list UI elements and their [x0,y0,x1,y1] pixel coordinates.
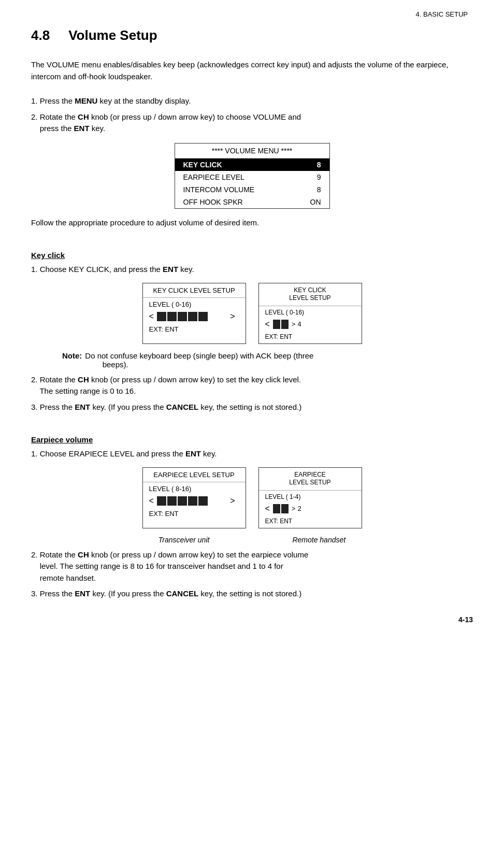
key-click-step3: 3. Press the ENT key. (If you press the … [31,402,473,413]
earpiece-left-level: LEVEL ( 8-16) [143,482,246,495]
menu-row-key-click-value: 8 [317,161,321,169]
menu-row-intercom-value: 8 [317,185,321,194]
earpiece-left-header: EARPIECE LEVEL SETUP [143,468,246,482]
menu-row-key-click-label: KEY CLICK [183,161,222,169]
caption-remote: Remote handset [292,536,345,544]
earpiece-left-blocks: < > [143,495,246,509]
follow-text: Follow the appropriate procedure to adju… [31,217,473,229]
key-click-step1: 1. Choose KEY CLICK, and press the ENT k… [31,264,473,276]
note-text: Do not confuse keyboard beep (single bee… [85,351,313,369]
menu-row-earpiece-value: 9 [317,173,321,181]
earpiece-title: Earpiece volume [31,435,473,444]
key-click-diagrams: KEY CLICK LEVEL SETUP LEVEL ( 0-16) < > … [31,283,473,344]
page-footer: 4-13 [31,615,473,624]
left-arrow-icon-r: < [265,320,270,329]
earpiece-right-blocks: < > 2 [259,503,362,517]
key-click-diagram-right: KEY CLICKLEVEL SETUP LEVEL ( 0-16) < > 4… [258,283,362,344]
earpiece-right-ext: EXT: ENT [259,517,362,528]
key-click-left-level: LEVEL ( 0-16) [143,298,246,311]
earpiece-right-arrow: > [230,496,239,506]
earpiece-diagram-left: EARPIECE LEVEL SETUP LEVEL ( 8-16) < > E… [142,467,246,528]
section-title-row: 4.8 Volume Setup [31,27,473,52]
earpiece-step2: 2. Rotate the CH knob (or press up / dow… [31,549,473,584]
intro-text: The VOLUME menu enables/disables key bee… [31,59,473,82]
earpiece-left-arrow: < [149,496,154,506]
caption-transceiver: Transceiver unit [159,536,210,544]
volume-menu-header: **** VOLUME MENU **** [175,144,329,159]
section-title: Volume Setup [68,27,157,44]
earpiece-right-arrow-sym: > [292,505,296,512]
captions: Transceiver unit Remote handset [31,536,473,544]
block-squares-small [273,320,289,329]
menu-row-offhook: OFF HOOK SPKR ON [175,196,329,208]
volume-menu-box: **** VOLUME MENU **** KEY CLICK 8 EARPIE… [175,143,330,209]
earpiece-right-header: EARPIECELEVEL SETUP [259,468,362,491]
key-click-title: Key click [31,251,473,260]
key-click-left-ext: EXT: ENT [143,324,246,336]
earpiece-right-left-arrow: < [265,504,270,513]
menu-row-earpiece: EARPIECE LEVEL 9 [175,171,329,183]
earpiece-block-squares [157,496,208,506]
earpiece-step1: 1. Choose ERAPIECE LEVEL and press the E… [31,448,473,460]
earpiece-right-level: LEVEL ( 1-4) [259,491,362,503]
key-click-left-header: KEY CLICK LEVEL SETUP [143,283,246,298]
note-row: Note: Do not confuse keyboard beep (sing… [31,351,473,369]
step-2: 2. Rotate the CH knob (or press up / dow… [31,111,473,135]
menu-row-intercom: INTERCOM VOLUME 8 [175,183,329,196]
earpiece-level-value: 2 [297,505,301,512]
key-click-right-header: KEY CLICKLEVEL SETUP [259,283,362,306]
page-header: 4. BASIC SETUP [31,10,473,18]
key-click-left-blocks: < > [143,311,246,324]
menu-row-key-click: KEY CLICK 8 [175,159,329,171]
earpiece-block-squares-small [273,504,289,513]
initial-steps: 1. Press the MENU key at the standby dis… [31,95,473,135]
left-arrow-icon: < [149,312,154,321]
key-click-diagram-left: KEY CLICK LEVEL SETUP LEVEL ( 0-16) < > … [142,283,246,344]
level-value: 4 [297,320,301,328]
section-number: 4.8 [31,27,50,44]
right-arrow-icon: > [230,312,239,321]
key-click-right-blocks: < > 4 [259,319,362,332]
menu-row-intercom-label: INTERCOM VOLUME [183,185,255,194]
earpiece-left-ext: EXT: ENT [143,509,246,521]
menu-row-offhook-value: ON [310,198,321,206]
key-click-right-level: LEVEL ( 0-16) [259,306,362,319]
key-click-right-ext: EXT: ENT [259,332,362,343]
note-label: Note: [62,351,82,369]
step-1: 1. Press the MENU key at the standby dis… [31,95,473,107]
menu-row-earpiece-label: EARPIECE LEVEL [183,173,244,181]
block-squares [157,312,208,321]
arrow-right-small: > [292,320,296,328]
volume-menu-container: **** VOLUME MENU **** KEY CLICK 8 EARPIE… [31,143,473,209]
menu-row-offhook-label: OFF HOOK SPKR [183,198,243,206]
earpiece-diagrams: EARPIECE LEVEL SETUP LEVEL ( 8-16) < > E… [31,467,473,528]
earpiece-diagram-right: EARPIECELEVEL SETUP LEVEL ( 1-4) < > 2 E… [258,467,362,528]
key-click-step2: 2. Rotate the CH knob (or press up / dow… [31,374,473,397]
earpiece-step3: 3. Press the ENT key. (If you press the … [31,588,473,600]
